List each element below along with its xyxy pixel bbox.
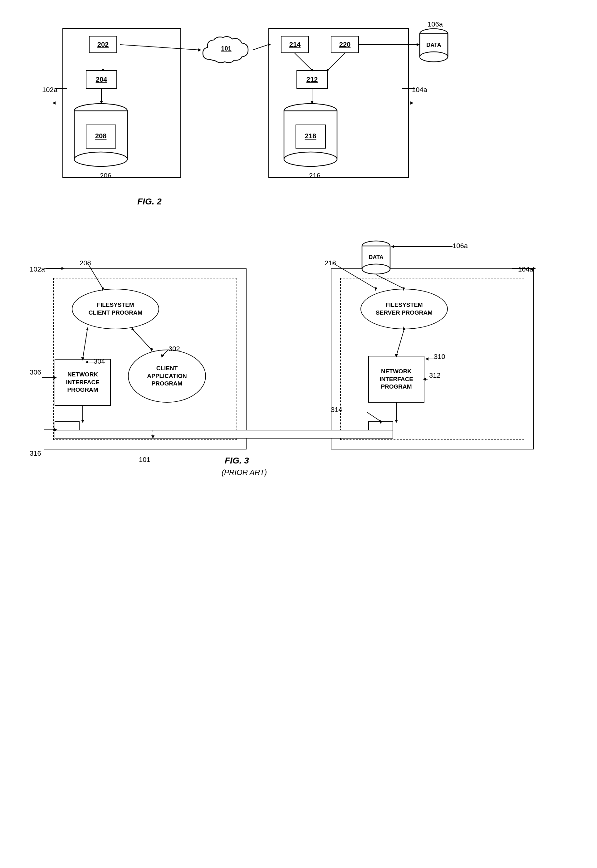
fig3-subcaption: (PRIOR ART) xyxy=(221,468,267,477)
box-220: 220 xyxy=(331,36,359,53)
svg-marker-38 xyxy=(410,101,413,104)
svg-point-6 xyxy=(420,52,448,62)
fig3-label-102a: 102a xyxy=(30,265,45,273)
fig2-data-cylinder: DATA xyxy=(418,28,449,62)
page: 102a 104a 106a DATA 101 xyxy=(0,0,597,868)
cylinder-216: 218 xyxy=(281,103,340,168)
fig3-caption: FIG. 3 xyxy=(225,456,249,466)
label-102a: 102a xyxy=(42,86,58,94)
svg-text:101: 101 xyxy=(221,45,231,52)
box-214: 214 xyxy=(281,36,309,53)
fig3-label-312: 312 xyxy=(429,372,441,379)
fig2-cloud-101: 101 xyxy=(200,34,253,69)
filesystem-server-ellipse: FILESYSTEMSERVER PROGRAM xyxy=(361,289,448,329)
fig3-label-208: 208 xyxy=(80,259,91,267)
fig3-label-101: 101 xyxy=(139,456,150,464)
filesystem-client-ellipse: FILESYSTEMCLIENT PROGRAM xyxy=(72,289,159,329)
svg-text:DATA: DATA xyxy=(368,254,383,260)
fig3-label-304: 304 xyxy=(94,357,105,366)
svg-text:218: 218 xyxy=(305,132,316,140)
fig3-label-104a: 104a xyxy=(518,265,533,273)
box-204: 204 xyxy=(86,70,117,89)
fig3-bus-line xyxy=(55,430,393,438)
svg-line-25 xyxy=(253,45,268,50)
svg-text:208: 208 xyxy=(95,132,107,140)
network-interface-left-box: NETWORKINTERFACEPROGRAM xyxy=(55,359,111,406)
box-212: 212 xyxy=(297,70,328,89)
fig3-label-310: 310 xyxy=(434,353,446,361)
fig3-label-316: 316 xyxy=(30,449,41,458)
fig3-label-218: 218 xyxy=(325,259,336,267)
label-216: 216 xyxy=(309,172,321,180)
client-app-ellipse: CLIENTAPPLICATIONPROGRAM xyxy=(128,349,206,403)
fig3-label-302: 302 xyxy=(169,345,180,353)
label-104a: 104a xyxy=(412,86,427,94)
fig3-label-306: 306 xyxy=(30,368,41,376)
svg-marker-36 xyxy=(52,101,56,104)
network-interface-right-box: NETWORKINTERFACEPROGRAM xyxy=(368,356,425,403)
label-206: 206 xyxy=(100,172,111,180)
svg-point-16 xyxy=(284,152,337,166)
fig3-label-314: 314 xyxy=(331,406,342,414)
svg-text:DATA: DATA xyxy=(426,42,441,48)
fig3-data-cylinder: DATA xyxy=(361,240,392,275)
box-202: 202 xyxy=(89,36,117,53)
fig2-caption: FIG. 2 xyxy=(137,197,162,207)
svg-point-41 xyxy=(362,264,390,274)
cylinder-206: 208 xyxy=(71,103,131,168)
svg-point-11 xyxy=(74,152,127,166)
label-106a: 106a xyxy=(428,20,443,28)
fig3-label-106a: 106a xyxy=(453,242,468,250)
